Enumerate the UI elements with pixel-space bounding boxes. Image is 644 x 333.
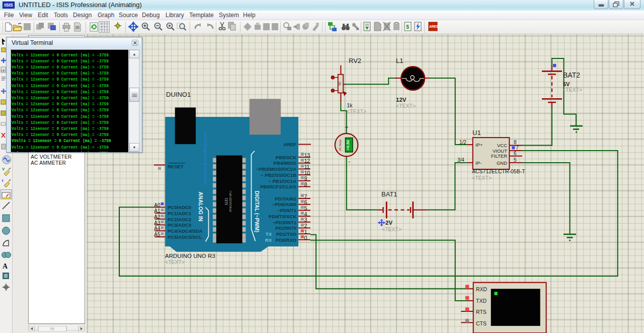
svg-text:ATMEGA328 MPU: ATMEGA328 MPU bbox=[229, 191, 232, 212]
svg-text:www.TheEngineeringProjects.com: www.TheEngineeringProjects.com bbox=[203, 130, 207, 185]
svg-text:%0: %0 bbox=[338, 82, 341, 86]
svg-text:+0.50: +0.50 bbox=[346, 140, 350, 150]
svg-text:AC Amps: AC Amps bbox=[339, 139, 342, 151]
svg-text:-: - bbox=[348, 158, 350, 165]
svg-text:+: + bbox=[345, 124, 348, 131]
svg-text:1121: 1121 bbox=[224, 197, 228, 205]
